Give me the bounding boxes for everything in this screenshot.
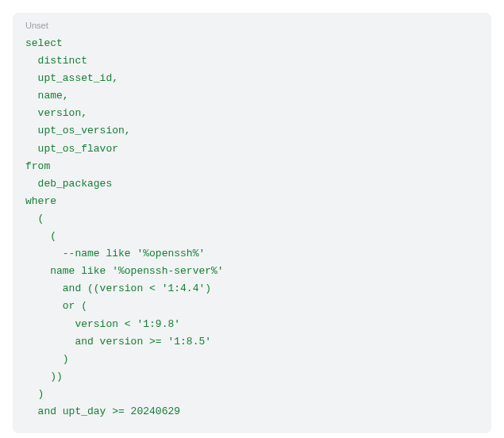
language-label: Unset	[25, 21, 479, 30]
code-block: Unset select distinct upt_asset_id, name…	[13, 13, 491, 433]
code-content: select distinct upt_asset_id, name, vers…	[25, 35, 479, 421]
